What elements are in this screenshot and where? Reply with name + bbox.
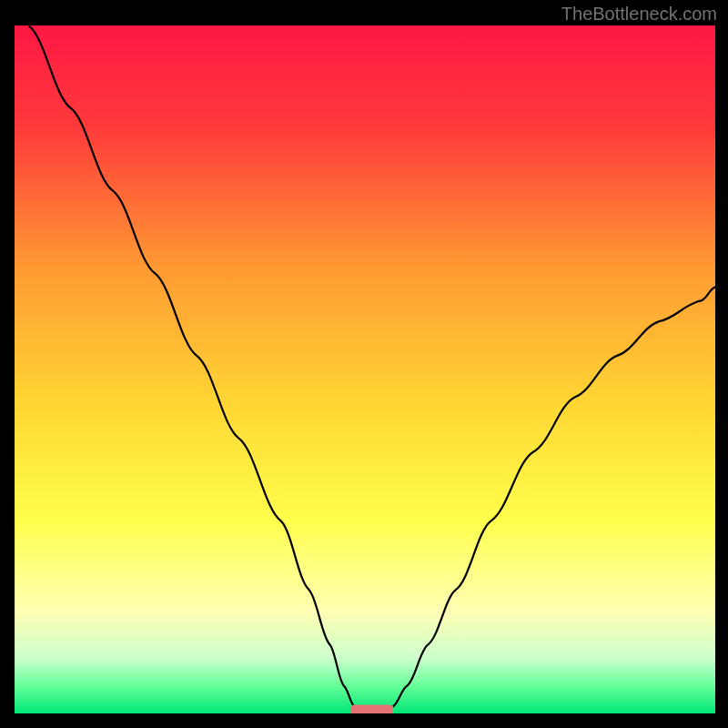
plot-area — [15, 25, 715, 713]
bottom-marker — [351, 705, 393, 713]
chart-container: TheBottleneck.com — [0, 0, 728, 728]
watermark-text: TheBottleneck.com — [561, 4, 717, 25]
chart-svg — [15, 25, 715, 713]
gradient-background — [15, 25, 715, 713]
